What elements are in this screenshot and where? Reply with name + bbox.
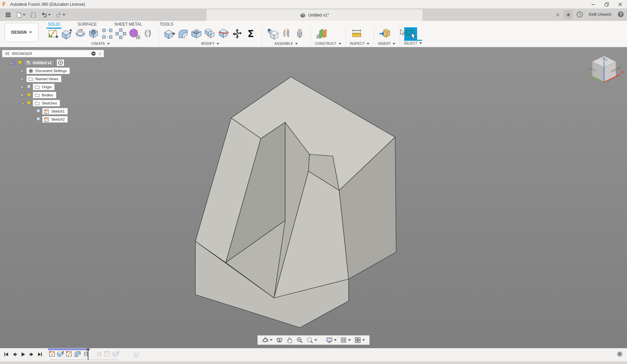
split-body-button[interactable] (217, 27, 230, 40)
grid-and-snaps-button[interactable] (339, 336, 352, 344)
pan-button[interactable] (285, 336, 294, 344)
document-tab[interactable]: Untitled v1* (207, 9, 422, 21)
collapse-arrow-icon[interactable] (8, 60, 13, 65)
close-button[interactable] (614, 0, 627, 8)
play-skip-start-button[interactable] (3, 351, 10, 358)
chevron-down-icon[interactable] (48, 14, 51, 16)
tree-node[interactable]: Sketch1 (42, 108, 68, 115)
extrude-feature[interactable] (56, 350, 65, 358)
group-label-assemble[interactable]: ASSEMBLE (266, 41, 306, 47)
tree-node[interactable]: Document Settings (26, 67, 70, 74)
combine-button[interactable] (203, 27, 217, 40)
chevron-down-icon[interactable] (23, 14, 26, 16)
tree-node[interactable]: Origin (33, 84, 55, 90)
tab-close-icon[interactable] (554, 11, 562, 19)
visibility-bulb-icon[interactable] (26, 84, 31, 90)
visibility-bulb-icon[interactable] (17, 60, 22, 66)
visibility-bulb-icon[interactable] (26, 100, 31, 106)
help-icon[interactable]: ? (618, 11, 624, 18)
visibility-bulb-icon[interactable] (36, 109, 41, 114)
browser-header[interactable]: BROWSER (2, 50, 104, 57)
app-grid-button[interactable] (3, 10, 13, 20)
move-copy-button[interactable] (230, 27, 244, 40)
minimize-button[interactable] (587, 0, 600, 8)
chevron-down-icon[interactable] (334, 339, 337, 341)
restore-button[interactable] (600, 0, 614, 8)
extrude-button[interactable] (60, 27, 74, 40)
recent-documents-icon[interactable] (576, 11, 583, 18)
select-button[interactable] (404, 27, 417, 40)
activate-component-radio[interactable] (57, 59, 64, 66)
sketch2-feature[interactable] (65, 350, 73, 358)
file-button[interactable] (14, 10, 27, 20)
revolve-button[interactable] (74, 27, 87, 40)
hole-button[interactable] (87, 27, 101, 40)
group-label-modify[interactable]: MODIFY (163, 41, 257, 47)
fit-button[interactable] (305, 336, 319, 344)
create-sketch-button[interactable] (47, 27, 60, 40)
pattern-rect-button[interactable] (101, 27, 114, 40)
save-button[interactable] (29, 10, 38, 20)
3d-viewport[interactable]: BROWSER Untitled v1Document SettingsName… (0, 47, 627, 348)
view-cube[interactable]: TOP LEFT FRONT Z Y X (584, 50, 625, 94)
chevron-down-icon[interactable] (362, 339, 365, 341)
play-button[interactable] (20, 351, 27, 358)
look-at-button[interactable] (275, 336, 284, 344)
sketch1-feature[interactable] (48, 350, 56, 358)
group-label-insert[interactable]: INSERT (378, 41, 396, 47)
tree-node[interactable]: Sketch2 (42, 116, 68, 123)
undo-button[interactable] (39, 10, 53, 20)
joint-button[interactable] (279, 27, 293, 40)
sketch-feature-future[interactable] (103, 350, 112, 358)
construction-plane-button[interactable] (315, 27, 328, 40)
group-label-create[interactable]: CREATE (47, 41, 155, 47)
press-pull-button[interactable] (163, 27, 176, 40)
new-component-button[interactable] (266, 27, 279, 40)
collapse-panel-icon[interactable] (4, 51, 10, 56)
orbit-button[interactable] (261, 336, 274, 344)
fillet-feature[interactable] (73, 350, 82, 358)
tree-node[interactable]: Untitled v1 (24, 59, 55, 66)
play-skip-end-button[interactable] (36, 351, 44, 358)
change-parameters-button[interactable]: Σ (244, 27, 257, 40)
as-built-joint-button[interactable] (293, 27, 306, 40)
chevron-down-icon[interactable] (270, 339, 273, 341)
extrude-feature-future[interactable] (112, 350, 120, 358)
redo-button[interactable] (54, 10, 67, 20)
shell-button[interactable] (190, 27, 203, 40)
expand-arrow-icon[interactable] (20, 84, 25, 90)
new-tab-button[interactable] (564, 10, 573, 19)
expand-arrow-icon[interactable] (20, 92, 25, 98)
visibility-bulb-icon[interactable] (36, 117, 41, 122)
chevron-down-icon[interactable] (348, 339, 351, 341)
settings-gear-icon[interactable] (617, 351, 623, 357)
mirror-button[interactable] (141, 27, 155, 40)
expand-arrow-icon[interactable] (20, 68, 25, 73)
collapse-arrow-icon[interactable] (20, 100, 25, 106)
group-label-select[interactable]: SELECT (404, 40, 422, 46)
zoom-button[interactable] (295, 336, 304, 344)
form-button[interactable] (128, 27, 141, 40)
group-label-construct[interactable]: CONSTRUCT (315, 41, 342, 47)
workspace-selector[interactable]: DESIGN (5, 23, 38, 42)
tree-node[interactable]: Named Views (26, 75, 61, 82)
account-user-name[interactable]: Kirill Urevich (589, 12, 611, 17)
panel-grip-icon[interactable] (98, 51, 102, 56)
tree-node[interactable]: Bodies (33, 92, 56, 98)
viewports-button[interactable] (353, 336, 366, 344)
insert-button[interactable] (378, 27, 391, 40)
chevron-down-icon[interactable] (62, 14, 65, 16)
pattern-circ-button[interactable] (114, 27, 128, 40)
remove-filter-icon[interactable] (91, 51, 96, 56)
play-step-fwd-button[interactable] (28, 351, 35, 358)
tree-node[interactable]: Sketches (33, 100, 60, 107)
mirror-feature-future[interactable] (95, 350, 103, 358)
measure-button[interactable] (350, 27, 363, 40)
display-settings-button[interactable] (325, 336, 338, 344)
visibility-bulb-icon[interactable] (26, 92, 31, 98)
play-step-back-button[interactable] (11, 351, 18, 358)
expand-arrow-icon[interactable] (20, 76, 25, 82)
body-feature-future[interactable] (133, 350, 141, 358)
group-label-inspect[interactable]: INSPECT (350, 41, 370, 47)
fillet-button[interactable] (176, 27, 190, 40)
